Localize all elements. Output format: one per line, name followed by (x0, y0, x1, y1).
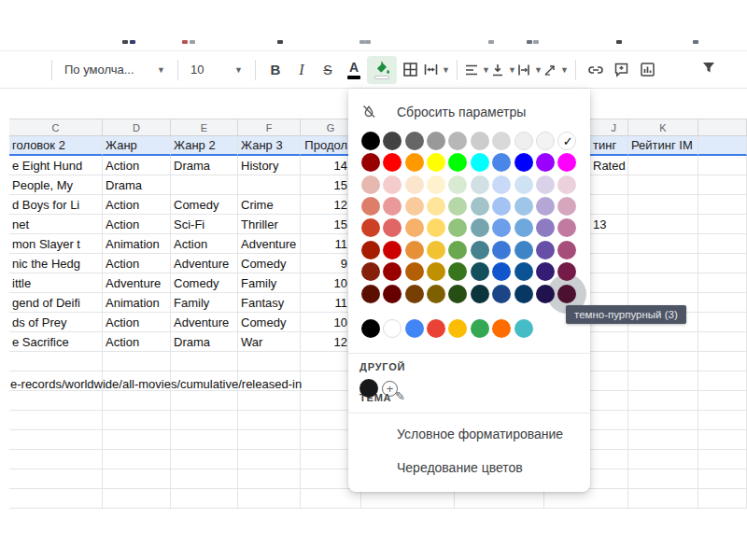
cell[interactable] (103, 430, 171, 450)
cell[interactable] (238, 430, 301, 450)
color-swatch[interactable] (448, 197, 467, 216)
cell[interactable]: d Boys for Li (9, 195, 103, 215)
color-swatch[interactable] (383, 153, 402, 172)
cell[interactable] (628, 234, 698, 254)
cell[interactable] (103, 411, 171, 430)
add-custom-color-button[interactable]: + (382, 381, 398, 397)
fill-color-button[interactable] (367, 56, 397, 84)
column-header-D[interactable]: D (103, 119, 171, 135)
cell[interactable] (698, 430, 747, 450)
cell[interactable] (628, 352, 698, 371)
cell[interactable] (698, 195, 747, 215)
color-swatch[interactable] (448, 285, 467, 303)
cell[interactable] (628, 411, 698, 430)
cell[interactable]: Drama (103, 175, 171, 195)
color-swatch[interactable] (405, 153, 424, 172)
cell[interactable]: Жанр 2 (171, 136, 238, 156)
color-swatch[interactable] (514, 241, 533, 259)
italic-button[interactable]: I (289, 56, 315, 84)
cell[interactable] (698, 313, 747, 332)
cell[interactable]: Family (238, 273, 301, 293)
color-swatch[interactable] (492, 218, 511, 237)
color-swatch[interactable] (448, 218, 467, 237)
color-swatch[interactable] (492, 262, 511, 281)
insert-link-button[interactable] (583, 56, 609, 84)
cell[interactable] (301, 489, 361, 509)
custom-color-swatch[interactable] (359, 379, 378, 398)
color-swatch[interactable] (427, 218, 445, 237)
cell[interactable] (698, 254, 747, 273)
column-header-F[interactable]: F (238, 119, 301, 135)
color-swatch[interactable] (405, 132, 424, 150)
strikethrough-button[interactable]: S (315, 56, 341, 84)
color-swatch[interactable] (471, 218, 489, 237)
cell[interactable]: e Sacrifice (9, 332, 103, 352)
cell[interactable] (9, 489, 103, 509)
color-swatch[interactable] (361, 285, 380, 303)
cell[interactable]: History (238, 156, 301, 175)
color-swatch[interactable] (536, 197, 555, 216)
bold-button[interactable]: B (262, 56, 289, 84)
color-swatch[interactable] (514, 197, 533, 216)
color-swatch[interactable] (536, 218, 555, 237)
merge-cells-button[interactable]: ▼ (423, 56, 450, 84)
cell[interactable] (698, 175, 747, 195)
color-swatch[interactable] (471, 241, 489, 259)
theme-color-swatch[interactable] (471, 319, 489, 338)
color-swatch[interactable] (361, 175, 380, 194)
cell[interactable] (628, 450, 698, 469)
cell[interactable]: Action (103, 156, 171, 175)
color-swatch[interactable] (492, 132, 511, 150)
cell[interactable]: Comedy (171, 273, 238, 293)
cell[interactable]: Sci-Fi (171, 215, 238, 234)
cell[interactable] (698, 136, 747, 156)
color-swatch[interactable] (514, 175, 533, 194)
cell[interactable]: net (9, 215, 103, 234)
cell[interactable] (238, 352, 301, 371)
cell[interactable]: e Eight Hund (9, 156, 103, 175)
cell[interactable]: ittle (9, 273, 103, 293)
cell[interactable] (9, 352, 103, 371)
cell[interactable] (171, 175, 238, 195)
color-swatch[interactable] (492, 285, 511, 303)
conditional-formatting-item[interactable]: Условное форматирование (348, 417, 590, 451)
color-swatch[interactable] (405, 197, 424, 216)
cell[interactable]: Жанр (103, 136, 171, 156)
cell[interactable] (9, 411, 103, 430)
cell[interactable] (698, 489, 747, 509)
borders-button[interactable] (397, 56, 423, 84)
color-swatch[interactable] (361, 218, 380, 237)
color-swatch[interactable] (427, 132, 445, 150)
cell[interactable] (171, 411, 238, 430)
cell[interactable]: Action (103, 195, 171, 215)
theme-color-swatch[interactable] (405, 319, 424, 338)
cell[interactable] (9, 391, 103, 411)
color-swatch[interactable] (361, 132, 380, 150)
color-swatch[interactable] (514, 218, 533, 237)
column-header-K[interactable]: K (628, 119, 698, 135)
cell[interactable]: Thriller (238, 215, 301, 234)
text-wrap-button[interactable]: ▼ (516, 56, 543, 84)
color-swatch[interactable] (383, 218, 402, 237)
color-swatch[interactable] (361, 241, 380, 259)
cell[interactable]: Adventure (103, 273, 171, 293)
color-swatch[interactable] (427, 285, 445, 303)
cell[interactable]: Crime (238, 195, 301, 215)
theme-color-swatch[interactable] (514, 319, 533, 338)
cell[interactable] (9, 450, 103, 469)
cell[interactable]: Comedy (238, 313, 301, 332)
color-swatch[interactable] (448, 241, 467, 259)
color-swatch[interactable] (361, 197, 380, 216)
cell[interactable]: ds of Prey (9, 313, 103, 332)
url-cell-text[interactable]: e-records/worldwide/all-movies/cumulativ… (10, 374, 302, 394)
cell[interactable] (238, 411, 301, 430)
cell[interactable] (698, 352, 747, 371)
color-swatch[interactable] (405, 285, 424, 303)
theme-color-swatch[interactable] (383, 319, 402, 338)
color-swatch[interactable] (405, 175, 424, 194)
cell[interactable] (238, 175, 301, 195)
cell[interactable]: Drama (171, 332, 238, 352)
color-swatch[interactable] (448, 132, 467, 150)
cell[interactable] (544, 489, 628, 509)
insert-comment-button[interactable] (609, 56, 635, 84)
